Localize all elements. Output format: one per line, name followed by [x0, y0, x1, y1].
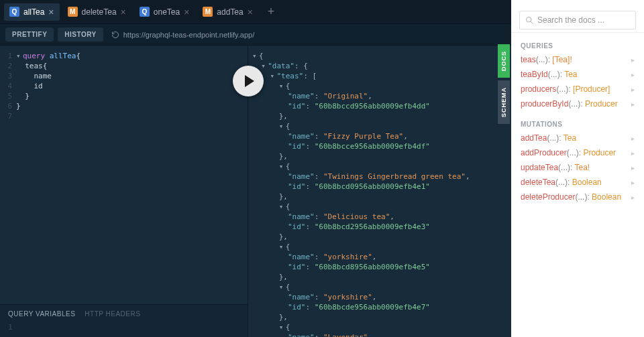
docs-entry-teaById[interactable]: teaById(...): Tea▸ — [511, 67, 644, 82]
docs-entry-addProducer[interactable]: addProducer(...): Producer▸ — [511, 145, 644, 160]
query-code[interactable]: ▾query allTea{ teas{ name id } } — [16, 51, 80, 304]
docs-entry-deleteTea[interactable]: deleteTea(...): Boolean▸ — [511, 175, 644, 190]
close-icon[interactable]: × — [248, 7, 253, 17]
prettify-button[interactable]: PRETTIFY — [5, 27, 54, 42]
search-placeholder: Search the docs ... — [537, 15, 604, 25]
docs-entry-teas[interactable]: teas(...): [Tea]!▸ — [511, 52, 644, 67]
docs-entry-producerById[interactable]: producerById(...): Producer▸ — [511, 96, 644, 111]
play-icon — [245, 75, 254, 87]
docs-entry-addTea[interactable]: addTea(...): Tea▸ — [511, 131, 644, 145]
result-panel[interactable]: ▾{ ▾"data": { ▾"teas": [ ▾{ "name": "Ori… — [248, 46, 511, 337]
mutation-badge: M — [68, 7, 78, 17]
toolbar: PRETTIFY HISTORY https://graphql-teas-en… — [0, 24, 511, 46]
docs-entry-producers[interactable]: producers(...): [Producer]▸ — [511, 82, 644, 96]
docs-search-input[interactable]: Search the docs ... — [519, 11, 636, 29]
variables-panel: QUERY VARIABLES HTTP HEADERS 1 — [0, 304, 248, 337]
variables-editor[interactable]: 1 — [8, 323, 239, 332]
close-icon[interactable]: × — [121, 7, 126, 17]
tab-onetea[interactable]: Q oneTea × — [134, 3, 195, 21]
chevron-right-icon: ▸ — [631, 71, 635, 78]
query-editor[interactable]: 1 2 3 4 5 6 7 ▾query allTea{ teas{ name … — [0, 46, 248, 304]
history-button[interactable]: HISTORY — [58, 27, 103, 42]
chevron-right-icon: ▸ — [631, 100, 635, 108]
search-icon — [525, 16, 533, 24]
docs-panel: DOCS SCHEMA Search the docs ... QUERIES … — [511, 0, 644, 337]
tab-addtea[interactable]: M addTea × — [197, 3, 258, 21]
refresh-icon — [111, 31, 119, 39]
docs-entry-updateTea[interactable]: updateTea(...): Tea!▸ — [511, 160, 644, 175]
query-badge: Q — [9, 7, 19, 17]
docs-entry-deleteProducer[interactable]: deleteProducer(...): Boolean▸ — [511, 190, 644, 204]
tab-alltea[interactable]: Q allTea × — [4, 3, 60, 21]
schema-tab[interactable]: SCHEMA — [498, 80, 510, 124]
svg-point-0 — [527, 17, 532, 23]
close-icon[interactable]: × — [184, 7, 189, 17]
tab-label: deleteTea — [82, 7, 117, 17]
chevron-right-icon: ▸ — [631, 179, 635, 186]
endpoint-display[interactable]: https://graphql-teas-endpoint.netlify.ap… — [107, 31, 254, 39]
mutation-badge: M — [203, 7, 213, 17]
chevron-right-icon: ▸ — [631, 56, 635, 64]
tab-label: allTea — [23, 7, 44, 17]
chevron-right-icon: ▸ — [631, 194, 635, 201]
docs-tab[interactable]: DOCS — [498, 44, 510, 78]
close-icon[interactable]: × — [48, 7, 54, 17]
editor-tabs: Q allTea × M deleteTea × Q oneTea × M ad… — [0, 0, 511, 24]
tab-query-variables[interactable]: QUERY VARIABLES — [8, 310, 75, 318]
add-tab-button[interactable]: + — [262, 3, 280, 21]
chevron-right-icon: ▸ — [631, 86, 635, 93]
tab-label: oneTea — [154, 7, 180, 17]
query-badge: Q — [140, 7, 150, 17]
tab-http-headers[interactable]: HTTP HEADERS — [85, 310, 140, 318]
tab-label: addTea — [217, 7, 243, 17]
tab-deletetea[interactable]: M deleteTea × — [62, 3, 131, 21]
endpoint-url: https://graphql-teas-endpoint.netlify.ap… — [123, 31, 254, 39]
chevron-right-icon: ▸ — [631, 135, 635, 142]
section-queries: QUERIES — [511, 33, 644, 52]
chevron-right-icon: ▸ — [631, 149, 635, 157]
chevron-right-icon: ▸ — [631, 164, 635, 172]
section-mutations: MUTATIONS — [511, 111, 644, 131]
execute-button[interactable] — [233, 66, 264, 96]
line-gutter: 1 2 3 4 5 6 7 — [0, 51, 16, 304]
